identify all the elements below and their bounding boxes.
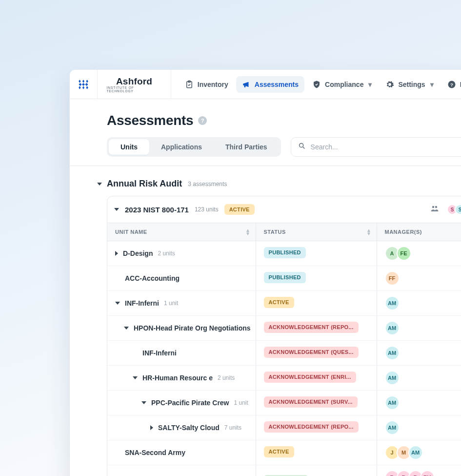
managers[interactable]: AM [385, 321, 461, 335]
unit-name: ACC-Accounting [125, 274, 180, 282]
svg-rect-2 [85, 83, 88, 85]
brand: Ashford Institute of Technology [98, 70, 171, 99]
nav-compliance[interactable]: Compliance ▾ [306, 76, 378, 93]
group-header[interactable]: Annual Risk Audit 3 assessments [89, 177, 461, 196]
search-box[interactable] [291, 137, 461, 157]
sort-icon: ▲▼ [245, 228, 250, 235]
managers[interactable]: AM [385, 296, 461, 310]
managers[interactable]: AFE [385, 246, 461, 261]
nav-settings[interactable]: Settings ▾ [380, 76, 439, 93]
table-row[interactable]: SALTY-Salty Cloud7 unitsACKNOWLEDGEMENT … [107, 415, 461, 440]
table-row[interactable]: HR-Human Resourc e2 unitsACKNOWLEDGEMENT… [107, 366, 461, 391]
megaphone-icon [242, 80, 251, 89]
avatar: AM [385, 321, 400, 335]
status-badge: PUBLISHED [264, 247, 306, 258]
caret-right-icon[interactable] [150, 425, 153, 430]
nav-inventory-label: Inventory [198, 81, 228, 88]
table-row[interactable]: D-Design2 unitsPUBLISHEDAFE [107, 241, 461, 266]
caret-down-icon[interactable] [141, 401, 146, 404]
unit-count: 2 units [158, 250, 175, 257]
table-row[interactable]: INF-InferniACKNOWLEDGEMENT (QUES...AM [107, 341, 461, 366]
tab-applications[interactable]: Applications [149, 139, 214, 155]
avatar: FF [385, 271, 400, 286]
managers[interactable]: AM [385, 371, 461, 385]
managers[interactable]: AM [385, 346, 461, 360]
nav-inventory[interactable]: Inventory [179, 76, 234, 93]
unit-name: INF-Inferni [125, 299, 159, 307]
table-row[interactable]: DEV-Development123 unitsCOMPLETEDRRRRV+9… [107, 465, 461, 476]
tab-third-parties[interactable]: Third Parties [214, 139, 279, 155]
shield-icon [312, 80, 321, 89]
managers[interactable]: JMAM [385, 445, 461, 460]
status-badge: ACTIVE [264, 446, 294, 457]
nav-compliance-label: Compliance [325, 81, 363, 88]
svg-rect-1 [82, 83, 85, 85]
assessment-shares[interactable]: SSASD [447, 204, 461, 215]
page-help-icon[interactable]: ? [198, 116, 207, 125]
caret-down-icon[interactable] [115, 302, 120, 305]
avatar: RV [420, 470, 435, 476]
search-input[interactable] [311, 143, 461, 151]
tab-units[interactable]: Units [109, 139, 149, 155]
caret-down-icon [114, 208, 119, 211]
help-icon: ? [447, 80, 456, 89]
chevron-down-icon: ▾ [430, 81, 434, 88]
group-meta: 3 assessments [188, 181, 227, 187]
status-badge: ACTIVE [264, 297, 294, 308]
logo-icon [77, 78, 90, 91]
nav-help[interactable]: ? Help [441, 76, 461, 93]
unit-count: 1 unit [234, 399, 248, 406]
brand-name: Ashford [116, 76, 152, 87]
main-nav: Inventory Assessments Compliance ▾ Sett [171, 70, 461, 99]
svg-point-8 [432, 206, 435, 208]
assessment-title: 2023 NIST 800-171 [125, 206, 189, 214]
managers[interactable]: AM [385, 420, 461, 435]
assessment-panel: 2023 NIST 800-171 123 units ACTIVE SSASD… [107, 196, 461, 476]
people-icon [430, 204, 439, 215]
status-badge: ACKNOWLEDGEMENT (ENRI... [264, 372, 356, 383]
table-row[interactable]: SNA-Second ArmyACTIVEJMAM [107, 440, 461, 465]
gear-icon [385, 80, 394, 89]
caret-right-icon[interactable] [115, 251, 118, 256]
topbar: Ashford Institute of Technology Inventor… [70, 70, 461, 99]
units-table: Unit Name▲▼ Status▲▼ Manager(s)▲▼ D-Desi… [107, 223, 461, 476]
chevron-down-icon: ▾ [368, 81, 372, 88]
col-managers[interactable]: Manager(s)▲▼ [377, 223, 461, 241]
assessment-header[interactable]: 2023 NIST 800-171 123 units ACTIVE SSASD [107, 196, 461, 223]
avatar: AM [408, 445, 423, 460]
sort-icon: ▲▼ [366, 228, 371, 235]
managers[interactable]: RRRRV [385, 470, 461, 476]
table-row[interactable]: ACC-AccountingPUBLISHEDFF [107, 266, 461, 291]
unit-count: 2 units [218, 374, 235, 381]
app-window: Ashford Institute of Technology Inventor… [69, 69, 461, 476]
unit-name: INF-Inferni [142, 349, 177, 357]
col-status[interactable]: Status▲▼ [256, 223, 377, 241]
caret-down-icon[interactable] [124, 327, 129, 330]
nav-assessments[interactable]: Assessments [236, 76, 304, 93]
table-row[interactable]: HPON-Head Pirate Org Negotiations2 unitA… [107, 316, 461, 341]
unit-name: SALTY-Salty Cloud [158, 424, 220, 432]
caret-down-icon[interactable] [133, 376, 138, 379]
status-badge: ACKNOWLEDGEMENT (SURV... [264, 396, 358, 408]
assessment-units: 123 units [195, 206, 219, 213]
avatar: AM [385, 296, 400, 310]
managers[interactable]: FF [385, 271, 461, 286]
nav-settings-label: Settings [398, 81, 425, 88]
avatar: AM [385, 395, 400, 410]
nav-assessments-label: Assessments [255, 81, 299, 88]
search-icon [298, 142, 306, 152]
avatar: FE [397, 246, 411, 261]
managers[interactable]: AM [385, 395, 461, 410]
avatar: AM [385, 346, 400, 360]
table-row[interactable]: PPC-Pacific Pirate Crew1 unitACKNOWLEDGE… [107, 391, 461, 415]
clipboard-icon [185, 80, 194, 89]
assessment-status: ACTIVE [224, 204, 255, 215]
col-unit-name[interactable]: Unit Name▲▼ [107, 223, 256, 241]
svg-point-7 [299, 144, 303, 147]
svg-rect-0 [79, 83, 82, 85]
brand-subtitle: Institute of Technology [106, 86, 161, 93]
page-header: Assessments ? Units Applications Third P… [70, 99, 461, 166]
table-row[interactable]: INF-Inferni1 unitACTIVEAM [107, 291, 461, 316]
app-logo[interactable] [70, 70, 98, 99]
unit-name: SNA-Second Army [125, 449, 185, 456]
